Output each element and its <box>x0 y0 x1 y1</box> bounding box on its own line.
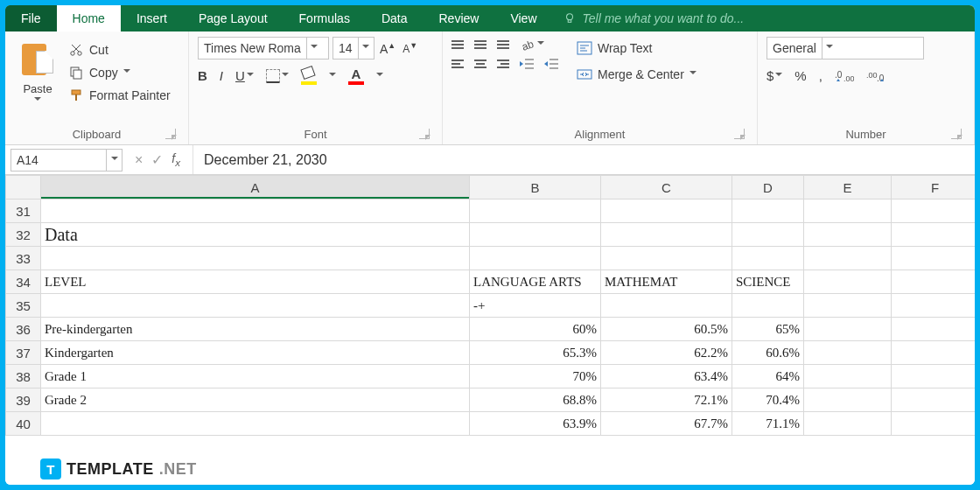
number-format-combo[interactable]: General <box>766 37 924 60</box>
row-header[interactable]: 33 <box>6 247 41 270</box>
cell[interactable]: 60% <box>470 318 601 341</box>
row-header[interactable]: 34 <box>6 270 41 294</box>
tab-formulas[interactable]: Formulas <box>284 5 366 32</box>
cell[interactable] <box>892 388 976 412</box>
decrease-font-button[interactable]: A▼ <box>401 39 419 57</box>
row-header[interactable]: 32 <box>6 223 41 247</box>
tab-review[interactable]: Review <box>424 5 495 32</box>
cell[interactable] <box>41 200 470 223</box>
cell[interactable]: 72.1% <box>601 388 732 412</box>
row-header[interactable]: 40 <box>6 412 41 436</box>
cell[interactable] <box>892 365 976 388</box>
align-right-button[interactable] <box>497 60 509 68</box>
cell[interactable] <box>892 341 976 365</box>
percent-format-button[interactable]: % <box>794 68 806 83</box>
tab-home[interactable]: Home <box>57 5 121 32</box>
cell[interactable] <box>470 200 601 223</box>
cell[interactable]: Grade 2 <box>41 388 470 412</box>
dialog-launcher-icon[interactable] <box>165 129 176 139</box>
cell[interactable] <box>732 247 804 270</box>
cell[interactable] <box>470 223 601 247</box>
tab-data[interactable]: Data <box>366 5 424 32</box>
copy-button[interactable]: Copy <box>68 65 171 80</box>
merge-center-button[interactable]: Merge & Center <box>570 65 703 84</box>
cell[interactable] <box>804 318 892 341</box>
decrease-indent-button[interactable] <box>520 58 534 70</box>
cell[interactable]: 63.9% <box>470 412 601 436</box>
cell[interactable] <box>804 247 892 270</box>
font-color-button[interactable]: A <box>348 66 364 85</box>
cell[interactable]: 68.8% <box>470 388 601 412</box>
wrap-text-button[interactable]: Wrap Text <box>570 38 703 58</box>
increase-decimal-button[interactable]: .0.00 <box>835 69 854 83</box>
font-name-combo[interactable]: Times New Roma <box>198 37 329 60</box>
cell[interactable]: 65% <box>732 318 804 341</box>
spreadsheet-grid[interactable]: A B C D E F 3132Data3334LEVELLANGUAGE AR… <box>5 175 975 485</box>
cell[interactable] <box>601 247 732 270</box>
underline-button[interactable]: U <box>235 68 254 83</box>
cell[interactable]: 67.7% <box>601 412 732 436</box>
cell[interactable] <box>892 247 976 270</box>
cut-button[interactable]: Cut <box>68 42 171 58</box>
cell[interactable] <box>892 223 976 247</box>
font-size-combo[interactable]: 14 <box>332 37 374 60</box>
cell[interactable]: 62.2% <box>601 341 732 365</box>
row-header[interactable]: 38 <box>6 365 41 388</box>
cell[interactable] <box>892 200 976 223</box>
cell[interactable] <box>892 294 976 318</box>
row-header[interactable]: 35 <box>6 294 41 318</box>
cell[interactable]: Pre-kindergarten <box>41 318 470 341</box>
increase-indent-button[interactable] <box>544 58 558 70</box>
comma-format-button[interactable]: , <box>819 68 822 83</box>
dialog-launcher-icon[interactable] <box>419 129 430 139</box>
tab-page-layout[interactable]: Page Layout <box>183 5 284 32</box>
fill-color-button[interactable] <box>301 67 317 85</box>
tell-me-search[interactable]: Tell me what you want to do... <box>553 5 976 32</box>
dialog-launcher-icon[interactable] <box>951 129 962 139</box>
formula-input[interactable]: December 21, 2030 <box>192 145 975 174</box>
accounting-format-button[interactable]: $ <box>766 68 782 83</box>
cell[interactable] <box>732 294 804 318</box>
cell[interactable]: 65.3% <box>470 341 601 365</box>
align-middle-button[interactable] <box>474 40 486 49</box>
cell[interactable]: 70% <box>470 365 601 388</box>
chevron-down-icon[interactable] <box>376 73 383 80</box>
cell[interactable] <box>804 341 892 365</box>
cell[interactable] <box>804 270 892 294</box>
col-header-C[interactable]: C <box>601 176 732 200</box>
cell[interactable]: Data <box>41 223 470 247</box>
row-header[interactable]: 36 <box>6 318 41 341</box>
format-painter-button[interactable]: Format Painter <box>68 88 171 103</box>
tab-view[interactable]: View <box>494 5 552 32</box>
align-bottom-button[interactable] <box>497 40 509 49</box>
align-top-button[interactable] <box>452 40 464 49</box>
col-header-D[interactable]: D <box>732 176 804 200</box>
cell[interactable]: Grade 1 <box>41 365 470 388</box>
cell[interactable] <box>892 270 976 294</box>
align-left-button[interactable] <box>452 60 464 68</box>
orientation-button[interactable]: ab <box>520 37 544 52</box>
cell[interactable]: LEVEL <box>41 270 470 294</box>
cell[interactable] <box>804 223 892 247</box>
paste-button[interactable]: Paste <box>14 37 61 124</box>
cell[interactable] <box>892 318 976 341</box>
name-box[interactable]: A14 <box>10 149 122 172</box>
cell[interactable] <box>601 200 732 223</box>
bold-button[interactable]: B <box>198 68 207 83</box>
cell[interactable]: 63.4% <box>601 365 732 388</box>
cell[interactable]: 70.4% <box>732 388 804 412</box>
col-header-B[interactable]: B <box>470 176 601 200</box>
cell[interactable] <box>732 200 804 223</box>
align-center-button[interactable] <box>474 60 486 68</box>
enter-formula-button[interactable]: ✓ <box>151 151 163 168</box>
cell[interactable] <box>41 412 470 436</box>
increase-font-button[interactable]: A▲ <box>378 39 397 58</box>
tab-insert[interactable]: Insert <box>121 5 183 32</box>
cell[interactable]: LANGUAGE ARTS <box>470 270 601 294</box>
cell[interactable] <box>892 412 976 436</box>
italic-button[interactable]: I <box>220 68 223 83</box>
chevron-down-icon[interactable] <box>329 73 336 80</box>
borders-button[interactable] <box>266 69 289 83</box>
cell[interactable]: 71.1% <box>732 412 804 436</box>
row-header[interactable]: 37 <box>6 341 41 365</box>
